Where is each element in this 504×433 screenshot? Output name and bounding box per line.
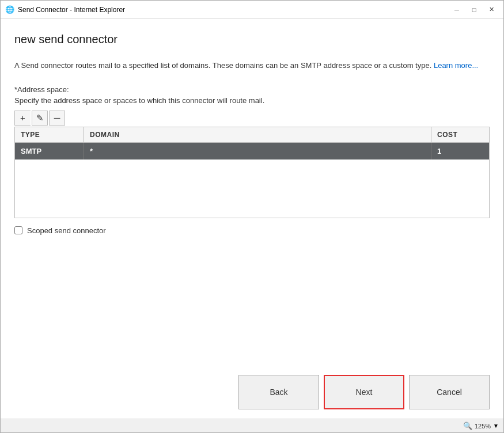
back-button[interactable]: Back bbox=[238, 375, 319, 409]
zoom-icon: 🔍 bbox=[463, 421, 472, 430]
scoped-connector-checkbox[interactable] bbox=[14, 226, 22, 234]
type-column-header: TYPE bbox=[15, 127, 84, 142]
remove-button[interactable]: ─ bbox=[49, 111, 65, 126]
cancel-button[interactable]: Cancel bbox=[409, 375, 490, 409]
footer: Back Next Cancel bbox=[1, 366, 503, 419]
cost-column-header: COST bbox=[431, 127, 489, 142]
add-button[interactable]: + bbox=[14, 111, 31, 126]
address-space-table: TYPE DOMAIN COST SMTP * 1 bbox=[14, 127, 490, 218]
learn-more-link[interactable]: Learn more... bbox=[434, 61, 478, 70]
domain-cell: * bbox=[84, 143, 431, 159]
type-cell: SMTP bbox=[15, 143, 84, 159]
zoom-level: 125% bbox=[475, 423, 491, 430]
main-window: 🌐 Send Connector - Internet Explorer ─ □… bbox=[0, 0, 504, 433]
main-content: new send connector A Send connector rout… bbox=[1, 19, 503, 366]
title-bar: 🌐 Send Connector - Internet Explorer ─ □… bbox=[1, 1, 503, 19]
status-bar: 🔍 125% ▼ bbox=[1, 419, 503, 432]
page-title: new send connector bbox=[14, 33, 490, 46]
domain-column-header: DOMAIN bbox=[84, 127, 431, 142]
address-space-sublabel: Specify the address space or spaces to w… bbox=[14, 96, 490, 105]
content-spacer bbox=[14, 235, 490, 366]
table-body: SMTP * 1 bbox=[15, 143, 489, 218]
cost-cell: 1 bbox=[431, 143, 489, 159]
close-button[interactable]: ✕ bbox=[484, 4, 499, 16]
next-button[interactable]: Next bbox=[324, 375, 404, 409]
table-row[interactable]: SMTP * 1 bbox=[15, 143, 489, 159]
table-empty-area bbox=[15, 159, 489, 211]
address-space-toolbar: + ✎ ─ bbox=[14, 109, 490, 127]
maximize-button[interactable]: □ bbox=[467, 4, 482, 16]
description-text: A Send connector routes mail to a specif… bbox=[14, 60, 490, 71]
window-title: Send Connector - Internet Explorer bbox=[18, 6, 449, 14]
window-controls: ─ □ ✕ bbox=[449, 4, 499, 16]
zoom-dropdown-icon[interactable]: ▼ bbox=[493, 423, 499, 429]
minimize-button[interactable]: ─ bbox=[449, 4, 464, 16]
address-space-label: *Address space: bbox=[14, 85, 490, 94]
browser-icon: 🌐 bbox=[5, 5, 14, 14]
scoped-connector-row: Scoped send connector bbox=[14, 226, 490, 235]
scoped-connector-label: Scoped send connector bbox=[27, 226, 106, 235]
edit-button[interactable]: ✎ bbox=[32, 111, 48, 126]
table-header: TYPE DOMAIN COST bbox=[15, 127, 489, 143]
